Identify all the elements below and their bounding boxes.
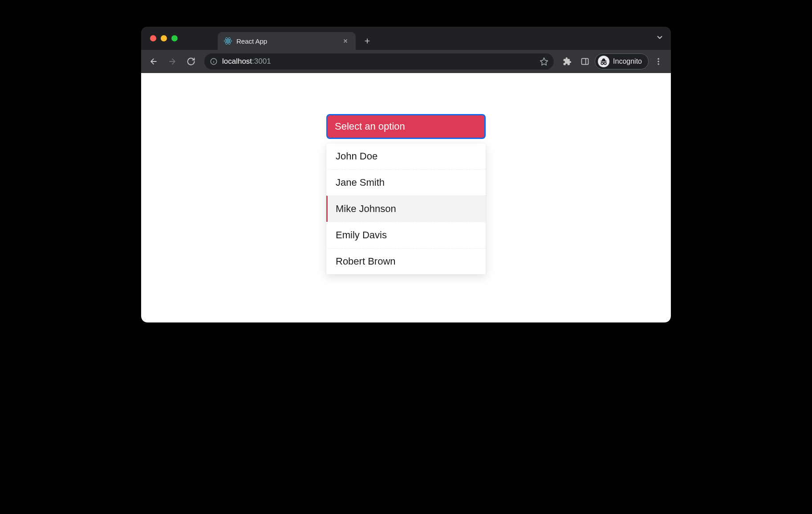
- svg-point-10: [604, 62, 606, 65]
- incognito-icon: [598, 56, 609, 67]
- dropdown-toggle[interactable]: Select an option: [326, 114, 486, 139]
- dropdown-option[interactable]: Emily Davis: [326, 222, 486, 248]
- dropdown-option[interactable]: John Doe: [326, 143, 486, 169]
- page-viewport: Select an option John DoeJane SmithMike …: [141, 73, 671, 322]
- dropdown-option[interactable]: Mike Johnson: [326, 196, 486, 222]
- new-tab-button[interactable]: [359, 33, 375, 49]
- tab-close-button[interactable]: [341, 37, 349, 45]
- site-info-icon[interactable]: [210, 57, 218, 65]
- overflow-menu-button[interactable]: [650, 53, 666, 69]
- tab-strip: React App: [141, 27, 671, 50]
- tab-title: React App: [236, 37, 337, 45]
- window-minimize-button[interactable]: [161, 35, 167, 41]
- nav-reload-button[interactable]: [183, 53, 199, 69]
- dropdown-option[interactable]: Jane Smith: [326, 169, 486, 196]
- browser-toolbar: localhost:3001 Incognito: [141, 50, 671, 73]
- window-close-button[interactable]: [150, 35, 156, 41]
- tab-search-button[interactable]: [656, 33, 664, 43]
- dropdown-menu: John DoeJane SmithMike JohnsonEmily Davi…: [326, 143, 486, 274]
- window-controls: [150, 27, 178, 50]
- svg-point-9: [601, 62, 603, 65]
- svg-rect-7: [582, 58, 589, 64]
- side-panel-button[interactable]: [577, 53, 593, 69]
- browser-window: React App local: [141, 27, 671, 322]
- svg-point-0: [227, 40, 228, 41]
- svg-point-13: [658, 63, 659, 65]
- window-maximize-button[interactable]: [171, 35, 178, 41]
- incognito-label: Incognito: [613, 57, 642, 65]
- url-text: localhost:3001: [222, 57, 535, 66]
- svg-point-12: [658, 61, 659, 62]
- react-icon: [224, 37, 232, 45]
- dropdown-option[interactable]: Robert Brown: [326, 248, 486, 274]
- dropdown: Select an option John DoeJane SmithMike …: [326, 114, 486, 274]
- address-bar[interactable]: localhost:3001: [204, 53, 554, 69]
- svg-point-11: [658, 58, 659, 60]
- nav-forward-button[interactable]: [164, 53, 180, 69]
- url-port: :3001: [252, 57, 271, 65]
- url-host: localhost: [222, 57, 252, 65]
- extensions-button[interactable]: [559, 53, 575, 69]
- bookmark-button[interactable]: [540, 57, 548, 66]
- incognito-indicator[interactable]: Incognito: [595, 53, 649, 69]
- nav-back-button[interactable]: [146, 53, 162, 69]
- browser-tab[interactable]: React App: [218, 32, 356, 50]
